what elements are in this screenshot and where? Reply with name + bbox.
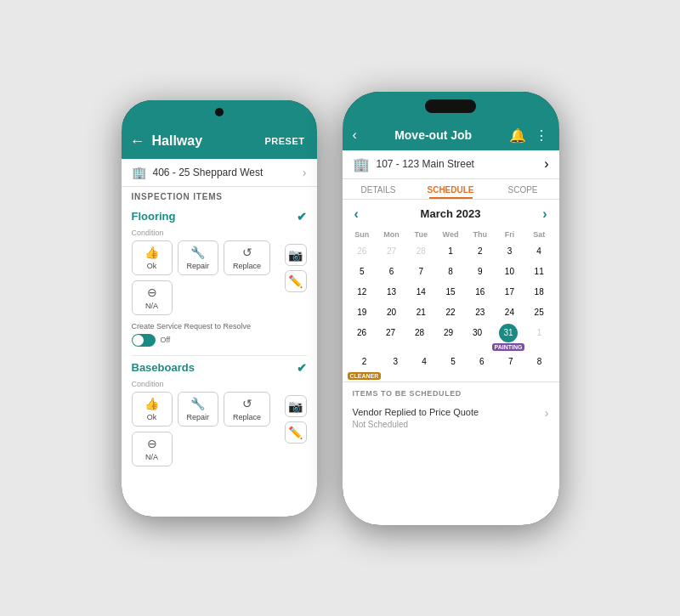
cal-day[interactable]: 11 <box>524 263 554 281</box>
cal-day[interactable]: 7 <box>406 263 436 281</box>
preset-badge: PRESET <box>264 136 304 146</box>
cal-next-button[interactable]: › <box>542 206 547 222</box>
cal-day[interactable]: 16 <box>465 283 495 302</box>
cal-day[interactable]: 7 <box>496 353 525 380</box>
baseboards-replace-button[interactable]: ↺ Replace <box>224 392 270 427</box>
cal-day[interactable]: 17 <box>495 283 524 302</box>
cal-day[interactable]: 1 <box>524 324 553 351</box>
toggle-row: Off <box>132 334 307 347</box>
cal-day[interactable]: 3 <box>495 242 524 261</box>
iphone-notch <box>343 92 559 121</box>
cal-day[interactable]: 1 <box>436 242 466 261</box>
repair-label-2: Repair <box>187 413 210 421</box>
check-icon: ✔ <box>297 210 307 223</box>
cal-day[interactable]: 28 <box>405 324 434 351</box>
bell-icon[interactable]: 🔔 <box>509 127 526 144</box>
edit-button-2[interactable]: ✏️ <box>285 421 307 444</box>
toggle-switch[interactable] <box>132 334 156 347</box>
flooring-condition-buttons: 👍 Ok 🔧 Repair ↺ Replace <box>132 240 280 275</box>
cal-day[interactable]: 26 <box>348 242 377 261</box>
iphone-phone: ‹ Move-out Job 🔔 ⋮ 🏢 107 - 123 Main Stre… <box>343 92 559 525</box>
cal-day[interactable]: 6 <box>377 263 406 281</box>
day-sat: Sat <box>524 229 554 240</box>
cal-day[interactable]: 8 <box>436 263 466 281</box>
cal-day[interactable]: 12 <box>348 283 377 302</box>
cal-day[interactable]: 10 <box>495 263 524 281</box>
day-thu: Thu <box>465 229 495 240</box>
android-camera <box>215 108 224 116</box>
cal-day[interactable]: 27 <box>377 242 406 261</box>
address-row[interactable]: 🏢 406 - 25 Sheppard West › <box>122 159 317 187</box>
cal-day[interactable]: 13 <box>377 283 406 302</box>
iphone-address-row[interactable]: 🏢 107 - 123 Main Street › <box>343 150 559 179</box>
iphone-back-button[interactable]: ‹ <box>353 127 357 143</box>
cal-day[interactable]: 9 <box>465 263 495 281</box>
ok-button[interactable]: 👍 Ok <box>132 240 173 275</box>
cal-day[interactable]: 27 <box>377 324 405 351</box>
day-sun: Sun <box>348 229 377 240</box>
toggle-state-label: Off <box>161 336 171 344</box>
cal-day[interactable]: 6 <box>468 353 496 380</box>
flooring-title: Flooring ✔ <box>132 205 307 225</box>
repair-icon: 🔧 <box>190 246 205 259</box>
na-icon: ⊖ <box>147 285 157 299</box>
toggle-thumb <box>133 335 144 346</box>
android-screen: ← Hallway PRESET 🏢 406 - 25 Sheppard Wes… <box>122 124 317 517</box>
thumbs-up-icon: 👍 <box>144 246 159 259</box>
cleaner-chip: CLEANER <box>348 372 382 380</box>
cal-day[interactable]: 19 <box>348 303 377 322</box>
baseboards-condition-buttons: 👍 Ok 🔧 Repair ↺ Replace <box>132 392 280 427</box>
cal-day[interactable]: 4 <box>524 242 554 261</box>
cal-day[interactable]: 22 <box>436 303 466 322</box>
cal-day[interactable]: 29 <box>434 324 463 351</box>
cal-day[interactable]: 18 <box>524 283 554 302</box>
ok-label-2: Ok <box>147 413 157 421</box>
thumbs-up-icon-2: 👍 <box>144 397 159 410</box>
page-title: Hallway <box>152 133 265 149</box>
cal-day-2[interactable]: 2 CLEANER <box>348 353 382 380</box>
edit-button[interactable]: ✏️ <box>285 270 307 292</box>
camera-button[interactable]: 📷 <box>285 244 307 266</box>
cal-day[interactable]: 25 <box>524 303 554 322</box>
cal-day[interactable]: 15 <box>436 283 466 302</box>
baseboards-ok-button[interactable]: 👍 Ok <box>132 392 173 427</box>
cal-week-3: 12 13 14 15 16 17 18 <box>348 283 554 302</box>
cal-day[interactable]: 23 <box>465 303 495 322</box>
cal-day[interactable]: 14 <box>406 283 436 302</box>
camera-button-2[interactable]: 📷 <box>285 395 307 417</box>
cal-day[interactable]: 30 <box>463 324 492 351</box>
tab-details[interactable]: DETAILS <box>343 179 415 199</box>
flooring-na-row: ⊖ N/A <box>132 280 280 315</box>
cal-day[interactable]: 4 <box>410 353 439 380</box>
android-notch <box>122 100 317 124</box>
baseboards-condition-label: Condition <box>132 380 307 388</box>
condition-label: Condition <box>132 229 307 237</box>
tab-scope[interactable]: SCOPE <box>487 179 559 199</box>
cal-week-4: 19 20 21 22 23 24 25 <box>348 303 554 322</box>
cal-day[interactable]: 5 <box>348 263 377 281</box>
cal-day[interactable]: 20 <box>377 303 406 322</box>
cal-day-31[interactable]: 31 PAINTING <box>492 324 525 351</box>
tab-schedule[interactable]: SCHEDULE <box>415 179 487 199</box>
painting-chip: PAINTING <box>492 343 525 351</box>
cal-day[interactable]: 24 <box>495 303 524 322</box>
replace-button[interactable]: ↺ Replace <box>224 240 270 275</box>
more-icon[interactable]: ⋮ <box>535 127 548 144</box>
cal-day[interactable]: 2 <box>465 242 495 261</box>
cal-day[interactable]: 21 <box>406 303 436 322</box>
baseboards-repair-button[interactable]: 🔧 Repair <box>178 392 219 427</box>
schedule-item[interactable]: Vendor Replied to Price Quote Not Schedu… <box>353 403 549 434</box>
cal-day-headers: Sun Mon Tue Wed Thu Fri Sat <box>348 229 554 240</box>
cal-prev-button[interactable]: ‹ <box>354 206 359 222</box>
cal-day[interactable]: 8 <box>525 353 554 380</box>
na-button[interactable]: ⊖ N/A <box>132 280 173 315</box>
baseboards-na-button[interactable]: ⊖ N/A <box>132 432 173 466</box>
cal-day[interactable]: 5 <box>439 353 468 380</box>
cal-day[interactable]: 3 <box>381 353 410 380</box>
cal-day[interactable]: 26 <box>348 324 377 351</box>
chevron-right-icon: › <box>303 166 307 179</box>
iphone-screen: ‹ Move-out Job 🔔 ⋮ 🏢 107 - 123 Main Stre… <box>343 121 559 525</box>
cal-day[interactable]: 28 <box>406 242 436 261</box>
repair-button[interactable]: 🔧 Repair <box>178 240 219 275</box>
back-button[interactable]: ← <box>130 133 145 150</box>
